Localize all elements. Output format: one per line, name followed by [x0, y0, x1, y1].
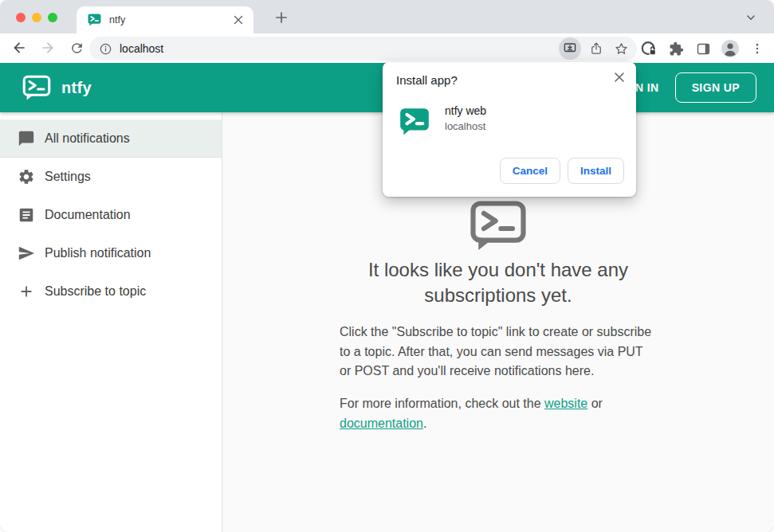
address-bar[interactable]: localhost	[89, 37, 637, 61]
install-app-dialog: Install app? ntfy web localhost Cancel I…	[383, 62, 636, 197]
chat-icon	[18, 130, 35, 147]
gear-icon	[18, 168, 35, 186]
install-app-toolbar-icon[interactable]	[559, 37, 581, 60]
sidebar-item-label: All notifications	[45, 131, 130, 146]
browser-menu-icon[interactable]	[747, 38, 768, 59]
url-text[interactable]: localhost	[120, 42, 559, 55]
new-tab-button[interactable]	[271, 7, 292, 28]
traffic-lights	[16, 13, 57, 22]
more-info-middle: or	[587, 397, 603, 410]
sidebar-item-subscribe-to-topic[interactable]: Subscribe to topic	[0, 272, 222, 311]
cancel-button[interactable]: Cancel	[500, 158, 560, 184]
send-icon	[18, 244, 35, 262]
dialog-title: Install app?	[396, 73, 458, 87]
forward-button	[37, 37, 59, 59]
sidebar-item-settings[interactable]: Settings	[0, 158, 222, 196]
tab-strip: ntfy	[0, 0, 774, 33]
back-button[interactable]	[8, 37, 30, 59]
minimize-window-button[interactable]	[32, 13, 41, 22]
tab-close-icon[interactable]	[231, 13, 246, 27]
sidebar-item-label: Settings	[45, 170, 91, 184]
profile-avatar[interactable]	[720, 38, 741, 59]
sidebar-item-label: Subscribe to topic	[45, 284, 146, 299]
ntfy-logo-outline-icon	[470, 200, 527, 249]
sidebar-item-label: Publish notification	[45, 246, 151, 260]
more-info-suffix: .	[423, 417, 426, 430]
app-title: ntfy	[61, 79, 92, 97]
bookmark-star-icon[interactable]	[611, 39, 631, 58]
install-button[interactable]: Install	[568, 158, 624, 184]
site-info-icon[interactable]	[99, 42, 112, 56]
browser-window: ntfy localhost	[0, 0, 774, 532]
browser-toolbar: localhost	[0, 33, 774, 63]
dialog-app-origin: localhost	[445, 120, 486, 132]
sidebar-item-documentation[interactable]: Documentation	[0, 196, 222, 234]
dialog-app-name: ntfy web	[445, 104, 486, 117]
sidebar-item-publish-notification[interactable]: Publish notification	[0, 234, 222, 272]
empty-state-body: Click the "Subscribe to topic" link to c…	[340, 323, 657, 381]
sidebar-item-label: Documentation	[45, 208, 131, 222]
empty-state-title: It looks like you don't have any subscri…	[327, 257, 670, 308]
sidebar: All notifications Settings Documentation…	[0, 112, 222, 532]
close-window-button[interactable]	[16, 13, 26, 22]
website-link[interactable]: website	[544, 397, 587, 410]
ntfy-favicon-icon	[88, 14, 101, 26]
more-info-paragraph: For more information, check out the webs…	[340, 394, 657, 434]
share-icon[interactable]	[587, 39, 606, 58]
password-manager-extension-icon[interactable]	[638, 38, 659, 59]
zoom-window-button[interactable]	[48, 13, 57, 22]
sign-up-button[interactable]: SIGN UP	[675, 72, 756, 103]
tab-title: ntfy	[109, 14, 231, 25]
dialog-close-icon[interactable]	[611, 69, 627, 85]
documentation-link[interactable]: documentation	[340, 417, 423, 430]
plus-icon	[18, 283, 35, 300]
article-icon	[18, 206, 35, 224]
more-info-prefix: For more information, check out the	[340, 397, 544, 410]
reload-button[interactable]	[65, 37, 88, 59]
browser-tab-ntfy[interactable]: ntfy	[77, 6, 253, 33]
sidebar-item-all-notifications[interactable]: All notifications	[0, 119, 222, 158]
tab-search-chevron-icon[interactable]	[744, 10, 758, 25]
extensions-puzzle-icon[interactable]	[666, 38, 686, 59]
ntfy-logo-icon	[22, 75, 51, 100]
side-panel-icon[interactable]	[693, 38, 713, 59]
ntfy-app-icon	[399, 108, 430, 136]
